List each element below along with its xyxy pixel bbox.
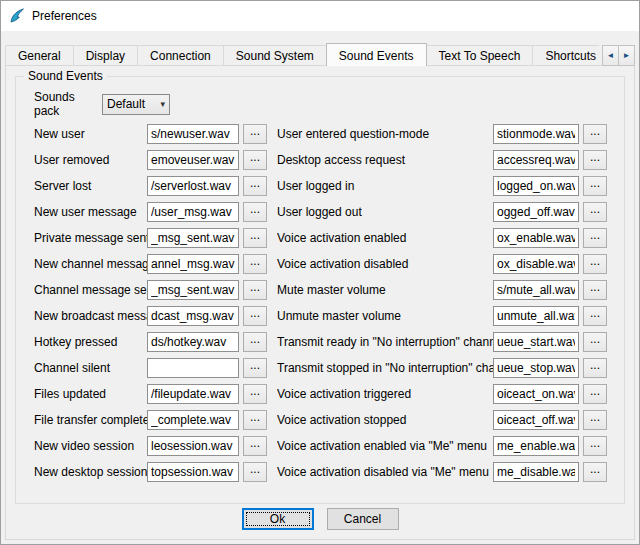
sound-file-input[interactable] xyxy=(147,462,239,482)
sound-event-row: User removed...Desktop access request... xyxy=(34,147,624,173)
event-label: Transmit ready in "No interruption" chan… xyxy=(277,335,493,349)
sound-file-input[interactable] xyxy=(147,228,239,248)
browse-button[interactable]: ... xyxy=(243,124,267,144)
sound-file-input[interactable] xyxy=(147,202,239,222)
sound-file-input[interactable] xyxy=(493,202,579,222)
tab-sound-events[interactable]: Sound Events xyxy=(326,43,427,66)
tab-scroll-left-button[interactable]: ◄ xyxy=(602,45,619,66)
event-label: Unmute master volume xyxy=(277,309,493,323)
event-label: Channel message sent xyxy=(34,283,147,297)
sound-event-row: New channel message...Voice activation d… xyxy=(34,251,624,277)
event-label: Private message sent xyxy=(34,231,147,245)
event-label: User logged in xyxy=(277,179,493,193)
event-label: File transfer complete xyxy=(34,413,147,427)
sound-events-group: Sound Events Sounds pack Default ▾ New u… xyxy=(15,76,625,504)
event-label: Voice activation stopped xyxy=(277,413,493,427)
sounds-pack-value: Default xyxy=(107,97,160,111)
sound-file-input[interactable] xyxy=(147,358,239,378)
event-label: New user xyxy=(34,127,147,141)
browse-button[interactable]: ... xyxy=(583,202,607,222)
tab-shortcuts[interactable]: Shortcuts xyxy=(532,45,599,66)
sound-event-row: File transfer complete...Voice activatio… xyxy=(34,407,624,433)
cancel-button[interactable]: Cancel xyxy=(327,508,399,530)
browse-button[interactable]: ... xyxy=(583,254,607,274)
browse-button[interactable]: ... xyxy=(243,410,267,430)
sound-file-input[interactable] xyxy=(493,306,579,326)
sound-file-input[interactable] xyxy=(147,436,239,456)
browse-button[interactable]: ... xyxy=(243,280,267,300)
sound-file-input[interactable] xyxy=(493,358,579,378)
arrow-left-icon: ◄ xyxy=(607,51,615,60)
sound-file-input[interactable] xyxy=(493,280,579,300)
sound-file-input[interactable] xyxy=(493,436,579,456)
browse-button[interactable]: ... xyxy=(243,176,267,196)
chevron-down-icon: ▾ xyxy=(160,99,165,109)
tab-scroll-right-button[interactable]: ► xyxy=(618,45,635,66)
ok-button[interactable]: Ok xyxy=(242,508,314,530)
browse-button[interactable]: ... xyxy=(243,384,267,404)
sound-file-input[interactable] xyxy=(147,124,239,144)
sound-event-row: Files updated...Voice activation trigger… xyxy=(34,381,624,407)
sound-file-input[interactable] xyxy=(493,332,579,352)
browse-button[interactable]: ... xyxy=(583,306,607,326)
browse-button[interactable]: ... xyxy=(583,358,607,378)
browse-button[interactable]: ... xyxy=(243,436,267,456)
sound-file-input[interactable] xyxy=(493,254,579,274)
sound-file-input[interactable] xyxy=(493,410,579,430)
browse-button[interactable]: ... xyxy=(583,436,607,456)
sound-event-row: Channel message sent...Mute master volum… xyxy=(34,277,624,303)
sound-event-rows: New user...User entered question-mode...… xyxy=(34,121,624,485)
event-label: Voice activation enabled via "Me" menu xyxy=(277,439,493,453)
sounds-pack-select[interactable]: Default ▾ xyxy=(102,94,170,115)
browse-button[interactable]: ... xyxy=(243,150,267,170)
sound-file-input[interactable] xyxy=(147,176,239,196)
browse-button[interactable]: ... xyxy=(583,410,607,430)
event-label: Voice activation enabled xyxy=(277,231,493,245)
tab-connection[interactable]: Connection xyxy=(137,45,224,66)
arrow-right-icon: ► xyxy=(623,51,631,60)
event-label: Voice activation disabled xyxy=(277,257,493,271)
event-label: Files updated xyxy=(34,387,147,401)
tab-sound-system[interactable]: Sound System xyxy=(223,45,327,66)
event-label: Mute master volume xyxy=(277,283,493,297)
sound-file-input[interactable] xyxy=(147,332,239,352)
tab-general[interactable]: General xyxy=(5,45,74,66)
sound-file-input[interactable] xyxy=(147,306,239,326)
browse-button[interactable]: ... xyxy=(583,332,607,352)
browse-button[interactable]: ... xyxy=(243,202,267,222)
titlebar: Preferences xyxy=(1,1,639,31)
browse-button[interactable]: ... xyxy=(583,176,607,196)
tab-panel: Sound Events Sounds pack Default ▾ New u… xyxy=(5,65,635,540)
browse-button[interactable]: ... xyxy=(243,306,267,326)
browse-button[interactable]: ... xyxy=(243,332,267,352)
sound-file-input[interactable] xyxy=(147,410,239,430)
browse-button[interactable]: ... xyxy=(243,462,267,482)
event-label: User removed xyxy=(34,153,147,167)
tab-display[interactable]: Display xyxy=(73,45,138,66)
browse-button[interactable]: ... xyxy=(583,124,607,144)
browse-button[interactable]: ... xyxy=(583,150,607,170)
browse-button[interactable]: ... xyxy=(583,280,607,300)
browse-button[interactable]: ... xyxy=(243,228,267,248)
browse-button[interactable]: ... xyxy=(583,384,607,404)
sound-file-input[interactable] xyxy=(493,384,579,404)
sound-file-input[interactable] xyxy=(147,150,239,170)
sound-file-input[interactable] xyxy=(147,254,239,274)
sound-file-input[interactable] xyxy=(493,176,579,196)
event-label: Transmit stopped in "No interruption" ch… xyxy=(277,361,493,375)
sound-event-row: Channel silent...Transmit stopped in "No… xyxy=(34,355,624,381)
sound-file-input[interactable] xyxy=(493,150,579,170)
sound-event-row: New video session...Voice activation ena… xyxy=(34,433,624,459)
tab-text-to-speech[interactable]: Text To Speech xyxy=(426,45,534,66)
event-label: Voice activation disabled via "Me" menu xyxy=(277,465,493,479)
sound-file-input[interactable] xyxy=(493,124,579,144)
browse-button[interactable]: ... xyxy=(243,254,267,274)
sound-file-input[interactable] xyxy=(147,384,239,404)
sound-file-input[interactable] xyxy=(493,462,579,482)
tab-bar: GeneralDisplayConnectionSound SystemSoun… xyxy=(5,43,599,66)
browse-button[interactable]: ... xyxy=(583,228,607,248)
browse-button[interactable]: ... xyxy=(243,358,267,378)
sound-file-input[interactable] xyxy=(493,228,579,248)
browse-button[interactable]: ... xyxy=(583,462,607,482)
sound-file-input[interactable] xyxy=(147,280,239,300)
